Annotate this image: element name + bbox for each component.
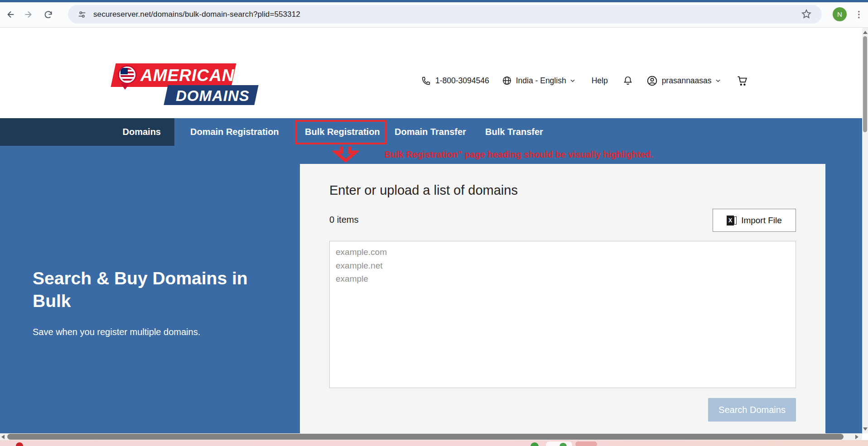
forward-button[interactable] xyxy=(22,8,34,21)
overlay-pill xyxy=(546,441,572,446)
browser-profile-avatar[interactable]: N xyxy=(833,7,847,21)
account-person-icon[interactable] xyxy=(646,75,658,86)
sub-nav-section-tab[interactable]: Domains xyxy=(0,118,174,146)
annotation-text: Bulk Registration” page heading should b… xyxy=(385,149,665,160)
notifications-bell-icon[interactable] xyxy=(623,76,633,86)
browser-menu-icon[interactable]: ⋮ xyxy=(854,8,863,20)
search-domains-button[interactable]: Search Domains xyxy=(708,398,796,422)
locale-selector[interactable]: India - English xyxy=(516,76,566,86)
scroll-up-icon[interactable] xyxy=(863,31,868,34)
bulk-domain-card: Enter or upload a list of domains 0 item… xyxy=(300,164,825,434)
subnav-domain-transfer[interactable]: Domain Transfer xyxy=(395,118,466,146)
sub-nav-section-label: Domains xyxy=(123,127,161,137)
green-status-dot-icon xyxy=(559,443,567,446)
site-header: AMERICAN DOMAINS 1-800-3094546 India - E… xyxy=(0,28,862,88)
url-text[interactable]: secureserver.net/domains/bulk-domain-sea… xyxy=(93,10,300,19)
items-count: 0 items xyxy=(329,215,358,225)
scroll-right-icon[interactable] xyxy=(855,435,858,439)
overlay-red-button xyxy=(575,441,597,446)
bulk-search-hero: Bulk Registration” page heading should b… xyxy=(0,146,862,433)
scroll-down-icon[interactable] xyxy=(863,427,868,431)
scroll-left-icon[interactable] xyxy=(1,435,5,439)
window-top-edge xyxy=(0,0,868,2)
subnav-bulk-transfer[interactable]: Bulk Transfer xyxy=(485,118,543,146)
horizontal-scroll-thumb[interactable] xyxy=(7,434,844,440)
hero-title: Search & Buy Domains in Bulk xyxy=(33,267,268,312)
american-domains-logo[interactable]: AMERICAN DOMAINS xyxy=(113,62,238,103)
vertical-scrollbar[interactable] xyxy=(862,28,868,433)
back-button[interactable] xyxy=(5,8,17,21)
phone-number[interactable]: 1-800-3094546 xyxy=(435,76,489,86)
record-dot-icon xyxy=(16,442,23,446)
pin-tail xyxy=(121,83,130,90)
logo-word-domains: DOMAINS xyxy=(176,87,250,105)
logo-word-american: AMERICAN xyxy=(140,66,234,85)
site-info-icon[interactable] xyxy=(77,10,87,19)
browser-toolbar: secureserver.net/domains/bulk-domain-sea… xyxy=(0,0,868,28)
annotation-highlight-box xyxy=(295,120,386,144)
chevron-down-icon[interactable] xyxy=(569,77,576,84)
domains-sub-nav: Domains Domain Registration Bulk Registr… xyxy=(0,118,862,146)
help-link[interactable]: Help xyxy=(592,76,608,86)
usa-flag-pin-icon xyxy=(118,65,137,84)
subnav-domain-registration[interactable]: Domain Registration xyxy=(190,118,279,146)
bookmark-star-icon[interactable] xyxy=(801,9,812,19)
vertical-scroll-thumb[interactable] xyxy=(863,36,867,132)
reload-button[interactable] xyxy=(42,8,54,21)
hero-subtitle: Save when you register multiple domains. xyxy=(33,327,268,337)
globe-icon xyxy=(502,76,512,86)
green-status-dot-icon xyxy=(530,442,539,446)
excel-file-icon: X xyxy=(727,216,737,225)
cart-icon[interactable] xyxy=(736,75,748,86)
horizontal-scrollbar[interactable] xyxy=(0,433,862,440)
phone-icon xyxy=(421,76,431,86)
card-heading: Enter or upload a list of domains xyxy=(329,183,518,198)
chevron-down-icon[interactable] xyxy=(715,77,721,84)
address-bar[interactable]: secureserver.net/domains/bulk-domain-sea… xyxy=(68,5,822,24)
bottom-overlay-strip xyxy=(0,440,868,446)
annotation-arrow-down-icon xyxy=(332,146,359,162)
hero-copy: Search & Buy Domains in Bulk Save when y… xyxy=(33,267,268,337)
import-file-button[interactable]: X Import File xyxy=(713,209,796,232)
account-username[interactable]: prasannaasas xyxy=(662,76,712,86)
import-file-label: Import File xyxy=(741,216,782,225)
domain-list-textarea[interactable] xyxy=(329,241,796,388)
